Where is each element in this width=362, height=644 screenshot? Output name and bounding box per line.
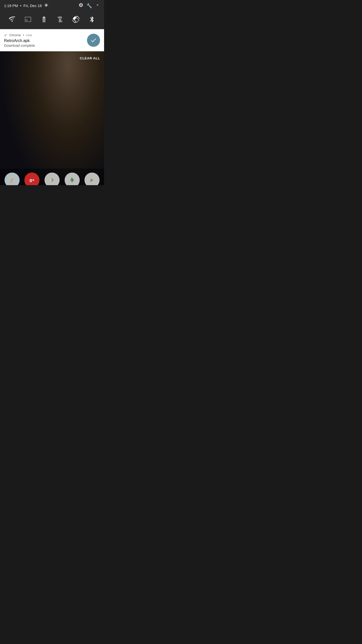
- clear-all-button[interactable]: CLEAR ALL: [80, 56, 100, 60]
- notification-dot: •: [23, 33, 24, 37]
- status-right: 🔧: [78, 3, 100, 9]
- battery-indicator: 41: [38, 14, 50, 25]
- notification-header: ✓ Chrome • now: [4, 33, 87, 37]
- notification-content: ✓ Chrome • now RetroArch.apk Download co…: [4, 33, 87, 48]
- svg-text:g+: g+: [30, 178, 35, 182]
- wifi-toggle[interactable]: [7, 14, 18, 25]
- svg-point-3: [11, 182, 12, 182]
- app-item-photos[interactable]: Photos: [43, 173, 61, 185]
- status-time: 1:19 PM: [4, 4, 18, 8]
- notification-app-name: Chrome: [9, 33, 21, 37]
- cast-toggle[interactable]: [22, 14, 33, 25]
- bluetooth-toggle[interactable]: [86, 14, 98, 25]
- app-row: Play Music g+ Google+: [0, 169, 104, 185]
- app-item-google-plus[interactable]: g+ Google+: [23, 173, 41, 185]
- flashlight-toggle[interactable]: [55, 14, 66, 25]
- home-screen: CLEAR ALL Play Music: [0, 51, 104, 185]
- maps-icon: [65, 173, 80, 185]
- app-item-maps[interactable]: Maps: [63, 173, 81, 185]
- status-separator: •: [20, 4, 21, 8]
- status-left: 1:19 PM • Fri, Dec 16: [4, 3, 49, 9]
- app-item-play-store[interactable]: Play Store: [83, 173, 101, 185]
- wallpaper-area: CLEAR ALL Play Music: [0, 51, 104, 185]
- rotate-toggle[interactable]: [70, 14, 81, 25]
- status-date: Fri, Dec 16: [23, 4, 42, 8]
- app-item-play-music[interactable]: Play Music: [3, 173, 21, 185]
- quick-settings-panel: 41: [0, 11, 104, 29]
- play-store-icon: [84, 173, 100, 185]
- notification-check-icon: ✓: [4, 33, 7, 37]
- play-music-icon: [5, 173, 20, 185]
- status-bar: 1:19 PM • Fri, Dec 16 🔧: [0, 0, 104, 11]
- wallpaper-texture: [0, 51, 104, 185]
- notification-time: now: [26, 33, 32, 37]
- expand-icon[interactable]: [95, 3, 100, 9]
- google-plus-icon: g+: [24, 173, 39, 185]
- notification-action-button[interactable]: [87, 34, 100, 47]
- settings-icon[interactable]: [78, 3, 83, 9]
- notification-title: RetroArch.apk: [4, 38, 87, 43]
- photos-icon: [44, 173, 60, 185]
- alarm-icon: [44, 3, 49, 9]
- wrench-icon: 🔧: [86, 3, 92, 9]
- notification-panel[interactable]: ✓ Chrome • now RetroArch.apk Download co…: [0, 29, 104, 51]
- notification-body: Download complete: [4, 44, 87, 48]
